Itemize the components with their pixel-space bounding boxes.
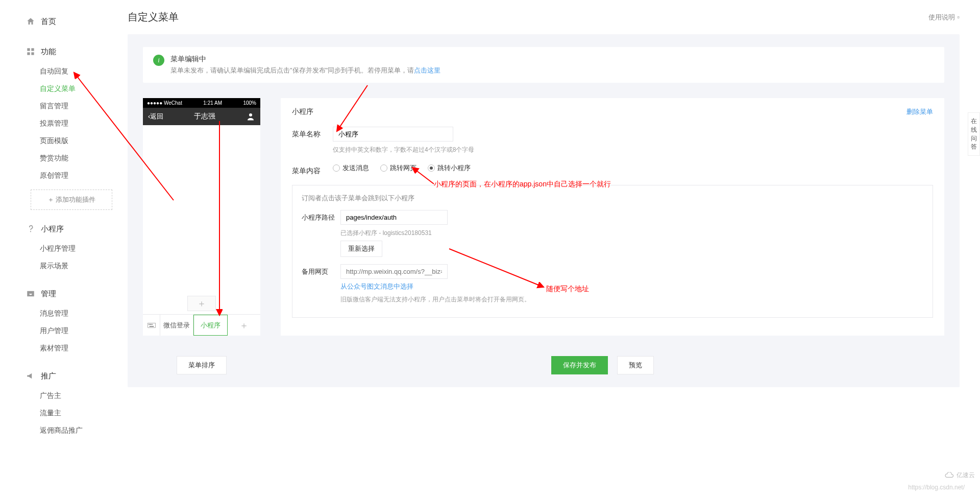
home-icon — [26, 16, 36, 27]
sidebar-section-promo[interactable]: 推广 — [0, 365, 128, 387]
sidebar-sub-rebate[interactable]: 返佣商品推广 — [0, 422, 128, 439]
radio-jump-mp[interactable]: 跳转小程序 — [428, 163, 471, 173]
sidebar-sub-vote[interactable]: 投票管理 — [0, 115, 128, 132]
sidebar-add-plugin[interactable]: ＋ 添加功能插件 — [31, 190, 112, 210]
notice-title: 菜单编辑中 — [170, 55, 440, 64]
page-title: 自定义菜单 — [128, 10, 179, 24]
sidebar-sub-msg-mgmt[interactable]: 消息管理 — [0, 305, 128, 322]
editor-row: ●●●●● WeChat 1:21 AM 100% ‹返回 于志强 ＋ 微信登录… — [143, 98, 944, 336]
actions-row: 菜单排序 保存并发布 预览 — [143, 356, 944, 374]
config-head-title: 小程序 — [292, 107, 313, 116]
cloud-badge: 亿速云 — [944, 471, 975, 480]
mp-sub-hint: 订阅者点击该子菜单会跳到以下小程序 — [302, 194, 923, 203]
content-panel: i 菜单编辑中 菜单未发布，请确认菜单编辑完成后点击"保存并发布"同步到手机。若… — [128, 34, 960, 387]
sidebar-section-mini[interactable]: 小程序 — [0, 218, 128, 240]
save-publish-button[interactable]: 保存并发布 — [551, 356, 608, 374]
sidebar-add-plugin-label: 添加功能插件 — [56, 196, 95, 203]
keyboard-toggle[interactable] — [143, 315, 160, 336]
annotation-text-path: 小程序的页面，在小程序的app.json中自己选择一个就行 — [434, 180, 611, 189]
svg-rect-6 — [148, 323, 155, 327]
phone-battery: 100% — [243, 100, 256, 106]
row-backup: 备用网页 从公众号图文消息中选择 旧版微信客户端无法支持小程序，用户点击菜单时将… — [302, 264, 923, 304]
hint-menu-name: 仅支持中英文和数字，字数不超过4个汉字或8个字母 — [333, 146, 933, 154]
sidebar-sub-mini-scene[interactable]: 展示场景 — [0, 257, 128, 275]
menu-item-2[interactable]: 小程序 — [193, 315, 227, 336]
sidebar-sub-user-mgmt[interactable]: 用户管理 — [0, 322, 128, 340]
input-mp-path[interactable] — [340, 210, 448, 225]
notice-desc-a: 菜单未发布，请确认菜单编辑完成后点击"保存并发布"同步到手机。若停用菜单，请 — [170, 66, 414, 74]
preview-button[interactable]: 预览 — [617, 356, 654, 374]
ctrl-menu-content: 发送消息 跳转网页 跳转小程序 — [333, 163, 933, 173]
phone-back-label: 返回 — [150, 112, 163, 120]
annotation-text-backup: 随便写个地址 — [546, 285, 589, 294]
menu-item-add[interactable]: ＋ — [228, 315, 260, 336]
label-menu-name: 菜单名称 — [292, 127, 333, 139]
page-title-row: 自定义菜单 使用说明 ▫ — [128, 0, 960, 34]
config-head: 小程序 删除菜单 — [292, 107, 933, 116]
reselect-button[interactable]: 重新选择 — [340, 241, 382, 257]
phone-preview: ●●●●● WeChat 1:21 AM 100% ‹返回 于志强 ＋ 微信登录… — [143, 98, 260, 336]
hint-mp-selected: 已选择小程序 - logistics20180531 — [340, 229, 448, 238]
side-tab-qa[interactable]: 在线问答 — [968, 112, 980, 156]
label-menu-content: 菜单内容 — [292, 163, 333, 176]
svg-point-5 — [249, 113, 252, 116]
input-menu-name[interactable] — [333, 127, 453, 142]
menu-sort-button[interactable]: 菜单排序 — [177, 356, 227, 374]
sidebar-sub-traffic[interactable]: 流量主 — [0, 405, 128, 422]
notice-body: 菜单编辑中 菜单未发布，请确认菜单编辑完成后点击"保存并发布"同步到手机。若停用… — [170, 55, 440, 75]
phone-carrier: ●●●●● WeChat — [147, 100, 182, 106]
cloud-icon — [944, 472, 954, 479]
actions-left: 菜单排序 — [143, 356, 260, 374]
help-icon: ▫ — [957, 13, 960, 21]
sidebar-label-promo: 推广 — [41, 371, 56, 381]
actions-center: 保存并发布 预览 — [260, 356, 944, 374]
sidebar-sub-custom-menu[interactable]: 自定义菜单 — [0, 80, 128, 98]
sidebar-section-func[interactable]: 功能 — [0, 40, 128, 63]
help-link[interactable]: 使用说明 ▫ — [928, 13, 960, 22]
phone-back[interactable]: ‹返回 — [148, 112, 163, 121]
sidebar-sub-comment[interactable]: 留言管理 — [0, 98, 128, 115]
radio-icon — [333, 164, 340, 172]
menu-item-1[interactable]: 微信登录 — [160, 315, 193, 336]
sidebar-sub-page-template[interactable]: 页面模版 — [0, 132, 128, 150]
inbox-icon — [26, 289, 36, 299]
phone-body: ＋ — [143, 125, 260, 314]
radio-jump-web[interactable]: 跳转网页 — [380, 163, 416, 173]
radio-label-msg: 发送消息 — [342, 163, 369, 173]
svg-rect-9 — [152, 324, 152, 324]
radio-label-mp: 跳转小程序 — [437, 163, 471, 173]
sidebar: 首页 功能 自动回复 自定义菜单 留言管理 投票管理 页面模版 赞赏功能 原创管… — [0, 0, 128, 495]
sidebar-sub-auto-reply[interactable]: 自动回复 — [0, 63, 128, 80]
input-backup[interactable] — [340, 264, 448, 279]
sidebar-sub-reward[interactable]: 赞赏功能 — [0, 150, 128, 167]
svg-rect-2 — [27, 52, 30, 55]
delete-menu-link[interactable]: 删除菜单 — [906, 107, 933, 116]
row-mp-path: 小程序路径 已选择小程序 - logistics20180531 重新选择 — [302, 210, 923, 257]
sidebar-sub-material-mgmt[interactable]: 素材管理 — [0, 340, 128, 357]
sidebar-label-func: 功能 — [41, 47, 56, 57]
sidebar-section-mgmt[interactable]: 管理 — [0, 282, 128, 305]
row-menu-content: 菜单内容 发送消息 跳转网页 跳转小程序 — [292, 163, 933, 176]
cloud-badge-text: 亿速云 — [957, 471, 975, 480]
sidebar-sub-mini-mgmt[interactable]: 小程序管理 — [0, 240, 128, 257]
svg-rect-10 — [150, 326, 154, 326]
backup-from-article-link[interactable]: 从公众号图文消息中选择 — [340, 282, 413, 291]
sidebar-sub-advertiser[interactable]: 广告主 — [0, 387, 128, 405]
radio-send-msg[interactable]: 发送消息 — [333, 163, 369, 173]
add-submenu-button[interactable]: ＋ — [187, 296, 216, 311]
notice-link[interactable]: 点击这里 — [414, 66, 440, 74]
main: 自定义菜单 使用说明 ▫ i 菜单编辑中 菜单未发布，请确认菜单编辑完成后点击"… — [128, 0, 960, 387]
sidebar-label-home: 首页 — [41, 17, 56, 27]
label-backup: 备用网页 — [302, 264, 340, 276]
miniprogram-icon — [26, 224, 36, 234]
sidebar-sub-original[interactable]: 原创管理 — [0, 167, 128, 184]
grid-icon — [26, 46, 36, 57]
sidebar-item-home[interactable]: 首页 — [0, 10, 128, 33]
sidebar-label-mgmt: 管理 — [41, 289, 56, 299]
svg-point-4 — [31, 231, 31, 232]
sidebar-label-mini: 小程序 — [41, 224, 64, 234]
phone-status-bar: ●●●●● WeChat 1:21 AM 100% — [143, 98, 260, 108]
radio-label-web: 跳转网页 — [390, 163, 416, 173]
row-menu-name: 菜单名称 仅支持中英文和数字，字数不超过4个汉字或8个字母 — [292, 127, 933, 154]
help-link-text: 使用说明 — [928, 13, 955, 22]
